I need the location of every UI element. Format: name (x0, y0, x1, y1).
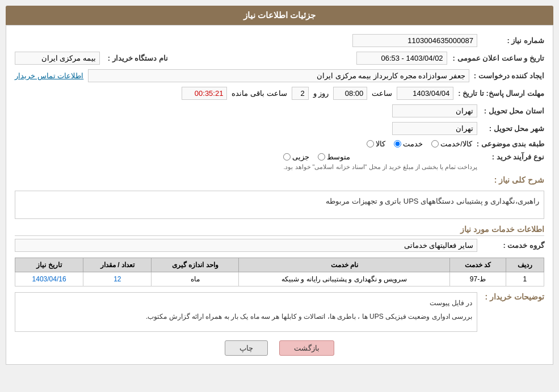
service-info-title: اطلاعات خدمات مورد نیاز (15, 225, 544, 236)
services-table: ردیف کد خدمت نام خدمت واحد اندازه گیری ت… (15, 258, 544, 286)
col-name: نام خدمت (239, 258, 450, 272)
category-kala-khedmat-radio[interactable] (431, 140, 439, 147)
col-date: تاریخ نیاز (15, 258, 83, 272)
deadline-date: 1403/04/04 (397, 87, 453, 100)
sharh-label: شرح کلی نیاز : (494, 175, 544, 186)
notes-label: توضیحات خریدار : (482, 292, 544, 303)
category-khedmat-radio[interactable] (394, 140, 401, 147)
button-row: بازگشت چاپ (15, 340, 544, 356)
cell-name: سرویس و نگهداری و پشتیبانی رایانه و شبیک… (239, 272, 450, 286)
table-row: 1 ط-97 سرویس و نگهداری و پشتیبانی رایانه… (15, 272, 544, 286)
print-button[interactable]: چاپ (225, 340, 268, 356)
contact-link[interactable]: اطلاعات تماس خریدار (15, 71, 83, 80)
cell-code: ط-97 (450, 272, 506, 286)
back-button[interactable]: بازگشت (279, 340, 334, 356)
shahr-value: تهران (392, 122, 477, 135)
shomare-niaz-value: 1103004635000087 (352, 34, 477, 47)
page-header: جزئیات اطلاعات نیاز (6, 6, 553, 25)
purchase-jozi-label: جزیی (292, 153, 309, 161)
purchase-note: پرداخت تمام یا بخشی از مبلغ خرید از محل … (283, 163, 477, 171)
group-label: گروه خدمت : (482, 241, 544, 250)
category-kala-radio[interactable] (367, 140, 374, 147)
table-header-row: ردیف کد خدمت نام خدمت واحد اندازه گیری ت… (15, 258, 544, 272)
creator-value: جعفر سوادزاده مجره کاربرداز بیمه مرکزی ا… (88, 69, 469, 82)
deadline-time-value: 08:00 (333, 87, 367, 100)
ostan-row: استان محل تحویل : تهران (15, 104, 544, 117)
deadline-day-value: 2 (292, 87, 309, 100)
date-label: تاریخ و ساعت اعلان عمومی : (453, 54, 544, 62)
name-dastgah-value: بیمه مرکزی ایران (15, 52, 100, 65)
deadline-label: مهلت ارسال پاسخ: تا تاریخ : (458, 89, 544, 98)
deadline-remaining-label: ساعت باقی مانده (232, 89, 287, 98)
deadline-time-label: ساعت (372, 89, 392, 98)
purchase-motavasset-radio[interactable] (318, 153, 325, 161)
creator-row: ایجاد کننده درخواست : جعفر سوادزاده مجره… (15, 69, 544, 82)
notes-row: توضیحات خریدار : در فایل پیوست بررسی ادو… (15, 292, 544, 332)
category-row: طبقه بندی موضوعی : کالا خدمت کالا/خدمت (15, 140, 544, 148)
deadline-day-label: روز و (313, 89, 329, 98)
category-kala-label: کالا (376, 140, 385, 148)
name-dastgah-label: نام دستگاه خریدار : (106, 54, 168, 62)
purchase-row: نوع فرآیند خرید : جزیی متوسط پرداخت تمام… (15, 153, 544, 171)
category-kala-khedmat-label: کالا/خدمت (440, 140, 472, 148)
category-label: طبقه بندی موضوعی : (477, 140, 544, 148)
purchase-option-jozi[interactable]: جزیی (283, 153, 309, 161)
col-row: ردیف (506, 258, 544, 272)
category-option-kala-khedmat[interactable]: کالا/خدمت (431, 140, 472, 148)
cell-unit: ماه (152, 272, 239, 286)
group-value: سایر فعالیتهای خدماتی (15, 239, 477, 252)
category-radio-group: کالا خدمت کالا/خدمت (367, 140, 472, 148)
category-option-kala[interactable]: کالا (367, 140, 385, 148)
deadline-remaining-value: 00:35:21 (182, 87, 227, 100)
main-content: شماره نیاز : 1103004635000087 تاریخ و سا… (6, 25, 553, 365)
notes-line2: بررسی ادواری وضعیت فیزیکی UPS ها ، باطری… (20, 311, 472, 322)
sharh-row: شرح کلی نیاز : (15, 175, 544, 186)
notes-content: در فایل پیوست بررسی ادواری وضعیت فیزیکی … (15, 292, 477, 332)
notes-line1: در فایل پیوست (20, 297, 472, 309)
cell-date: 1403/04/16 (15, 272, 83, 286)
group-row: گروه خدمت : سایر فعالیتهای خدماتی (15, 239, 544, 252)
shomare-niaz-label: شماره نیاز : (482, 36, 544, 45)
purchase-motavasset-label: متوسط (327, 153, 350, 161)
date-value: 1403/04/02 - 06:53 (356, 52, 447, 65)
col-unit: واحد اندازه گیری (152, 258, 239, 272)
creator-label: ایجاد کننده درخواست : (474, 71, 544, 80)
category-option-khedmat[interactable]: خدمت (394, 140, 423, 148)
ostan-label: استان محل تحویل : (482, 107, 544, 115)
page-title: جزئیات اطلاعات نیاز (243, 10, 316, 20)
cell-row: 1 (506, 272, 544, 286)
date-dastgah-row: تاریخ و ساعت اعلان عمومی : 1403/04/02 - … (15, 52, 544, 65)
deadline-row: مهلت ارسال پاسخ: تا تاریخ : 1403/04/04 س… (15, 87, 544, 100)
services-table-section: ردیف کد خدمت نام خدمت واحد اندازه گیری ت… (15, 258, 544, 286)
shomare-niaz-row: شماره نیاز : 1103004635000087 (15, 34, 544, 47)
category-khedmat-label: خدمت (403, 140, 423, 148)
purchase-option-motavasset[interactable]: متوسط (318, 153, 350, 161)
purchase-options-container: جزیی متوسط پرداخت تمام یا بخشی از مبلغ خ… (283, 153, 477, 171)
purchase-jozi-radio[interactable] (283, 153, 291, 161)
purchase-label: نوع فرآیند خرید : (482, 153, 544, 161)
ostan-value: تهران (392, 104, 477, 117)
col-quantity: تعداد / مقدار (83, 258, 152, 272)
col-code: کد خدمت (450, 258, 506, 272)
sharh-container: راهبری،نگهداری و پشتیبانی دستگاههای UPS … (15, 191, 544, 219)
shahr-row: شهر محل تحویل : تهران (15, 122, 544, 135)
sharh-value: راهبری،نگهداری و پشتیبانی دستگاههای UPS … (15, 191, 544, 219)
shahr-label: شهر محل تحویل : (482, 124, 544, 133)
purchase-radio-group: جزیی متوسط (283, 153, 477, 161)
cell-quantity: 12 (83, 272, 152, 286)
page-container: جزئیات اطلاعات نیاز شماره نیاز : 1103004… (0, 0, 559, 392)
